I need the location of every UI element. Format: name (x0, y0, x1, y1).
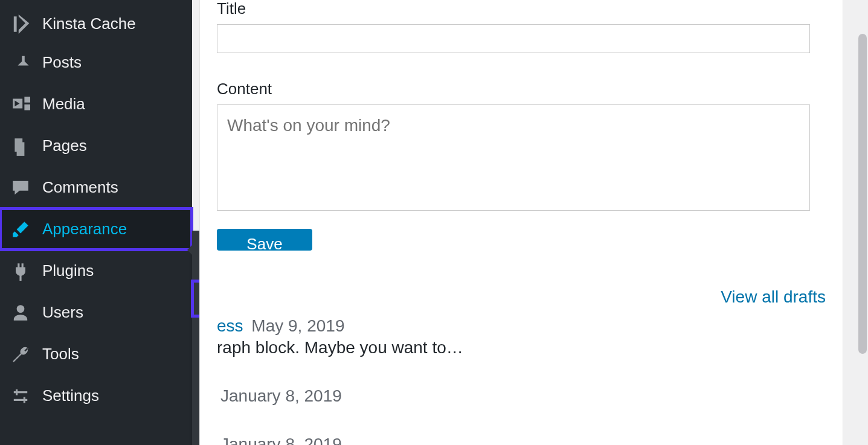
sidebar-item-tools[interactable]: Tools (0, 333, 192, 375)
user-icon (11, 303, 35, 322)
sidebar-item-label: Settings (42, 386, 99, 405)
draft-title-link[interactable]: ess (217, 316, 243, 335)
sidebar-item-kinsta-cache[interactable]: Kinsta Cache (0, 0, 192, 42)
draft-row: ess May 9, 2019 raph block. Maybe you wa… (217, 316, 826, 357)
wrench-icon (11, 345, 35, 364)
sidebar-item-label: Plugins (42, 261, 94, 280)
draft-date: January 8, 2019 (220, 386, 342, 405)
recent-drafts-panel: View all drafts ess May 9, 2019 raph blo… (199, 274, 843, 445)
sidebar-item-pages[interactable]: Pages (0, 125, 192, 167)
scrollbar-thumb[interactable] (858, 34, 867, 354)
kinsta-icon (11, 14, 35, 34)
sidebar-item-label: Comments (42, 178, 118, 197)
pin-icon (11, 53, 35, 72)
save-draft-button[interactable]: Save Draft (217, 229, 312, 251)
sidebar-item-label: Posts (42, 53, 82, 72)
sidebar-item-comments[interactable]: Comments (0, 167, 192, 208)
draft-date: January 8, 2019 (220, 435, 342, 445)
content-label: Content (217, 80, 826, 98)
sidebar-item-label: Users (42, 303, 83, 322)
draft-date: May 9, 2019 (251, 316, 344, 335)
sidebar-item-label: Pages (42, 136, 87, 155)
sidebar-item-settings[interactable]: Settings (0, 375, 192, 417)
sidebar-item-users[interactable]: Users (0, 292, 192, 333)
title-label: Title (217, 0, 826, 18)
brush-icon (11, 220, 35, 239)
scrollbar-track[interactable] (857, 0, 868, 445)
view-all-drafts-link[interactable]: View all drafts (721, 287, 826, 307)
draft-row: January 8, 2019 (217, 435, 826, 445)
sidebar-item-label: Tools (42, 345, 79, 363)
sidebar-item-appearance[interactable]: Appearance (0, 208, 192, 250)
content-textarea[interactable] (217, 104, 810, 211)
title-input[interactable] (217, 24, 810, 53)
admin-sidebar: Kinsta Cache Posts Media Pages Comments … (0, 0, 192, 445)
sidebar-item-label: Kinsta Cache (42, 14, 136, 33)
draft-excerpt: raph block. Maybe you want to… (217, 338, 826, 357)
draft-row: January 8, 2019 (217, 386, 826, 406)
sidebar-item-label: Media (42, 95, 85, 114)
pages-icon (11, 136, 35, 156)
sidebar-item-posts[interactable]: Posts (0, 42, 192, 83)
comment-icon (11, 178, 35, 197)
sidebar-item-media[interactable]: Media (0, 83, 192, 125)
plug-icon (11, 261, 35, 281)
sidebar-item-label: Appearance (42, 220, 127, 239)
media-icon (11, 95, 35, 114)
sliders-icon (11, 386, 35, 406)
sidebar-item-plugins[interactable]: Plugins (0, 250, 192, 292)
quick-draft-panel: Title Content Save Draft (199, 0, 843, 293)
